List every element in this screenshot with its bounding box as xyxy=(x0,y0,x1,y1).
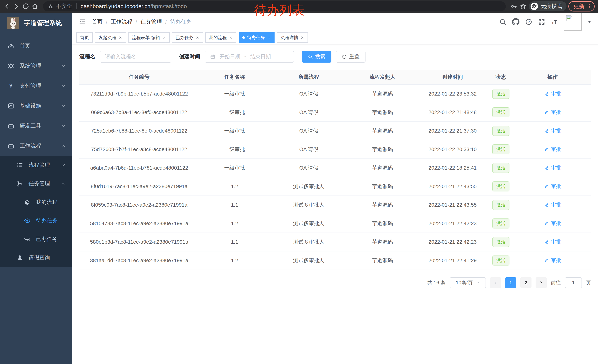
sidebar-item-label: 已办任务 xyxy=(36,235,58,243)
tab-流程表单-编辑[interactable]: 流程表单-编辑 xyxy=(128,32,170,43)
approve-link[interactable]: 审批 xyxy=(544,127,561,134)
sidebar-item-home[interactable]: 首页 xyxy=(0,36,72,56)
next-page-button[interactable] xyxy=(536,277,547,288)
process-name-input[interactable]: 请输入流程名 xyxy=(100,51,171,63)
create-time-range-picker[interactable]: 开始日期 - 结束日期 xyxy=(205,51,294,63)
sidebar-item-devtools[interactable]: 研发工具 xyxy=(0,116,72,136)
column-header: 所属流程 xyxy=(270,70,347,85)
cell-task-name: 1.2 xyxy=(199,177,270,196)
cell-create-time: 2022-01-22 18:25:41 xyxy=(418,159,488,177)
breadcrumb-item[interactable]: 首页 xyxy=(92,18,103,25)
app-window: 芋道管理系统 首页系统管理¥支付管理基础设施研发工具工作流程流程管理任务管理我的… xyxy=(0,13,598,364)
app-logo[interactable]: 芋道管理系统 xyxy=(0,13,72,33)
search-button[interactable]: 搜索 xyxy=(302,51,332,63)
breadcrumb-separator: / xyxy=(136,19,137,25)
approve-link[interactable]: 审批 xyxy=(544,146,561,153)
address-bar[interactable]: 不安全 dashboard.yudao.iocoder.cn/bpm/task/… xyxy=(43,1,506,11)
reset-button[interactable]: 重置 xyxy=(336,51,365,63)
sidebar-item-task-mgmt[interactable]: 任务管理 xyxy=(0,174,72,193)
tab-发起流程[interactable]: 发起流程 xyxy=(95,32,126,43)
key-icon[interactable] xyxy=(510,3,518,10)
github-icon[interactable] xyxy=(512,18,519,25)
search-icon xyxy=(308,54,313,59)
close-icon[interactable] xyxy=(267,36,271,40)
cell-task-name: 1.2 xyxy=(199,214,270,233)
table-row: a6aba0a4-7b6d-11ec-b781-acde48001122一级审批… xyxy=(79,159,591,177)
approve-link-label: 审批 xyxy=(551,90,561,97)
fullscreen-icon[interactable] xyxy=(538,18,545,25)
avatar[interactable] xyxy=(564,13,582,31)
svg-text:T: T xyxy=(552,21,554,25)
sidebar-item-infrastructure[interactable]: 基础设施 xyxy=(0,96,72,116)
breadcrumb-item[interactable]: 工作流程 xyxy=(111,18,132,25)
tab-我的流程[interactable]: 我的流程 xyxy=(205,32,236,43)
font-size-icon[interactable]: TT xyxy=(551,18,558,25)
close-icon[interactable] xyxy=(196,36,199,40)
page-size-select[interactable]: 10条/页 xyxy=(450,277,486,288)
search-icon[interactable] xyxy=(499,18,507,25)
list-icon xyxy=(16,162,23,169)
cell-task-id: 725a1eb6-7b88-11ec-8ef0-acde48001122 xyxy=(79,122,199,140)
close-icon[interactable] xyxy=(229,36,233,40)
filter-bar: 流程名 请输入流程名 创建时间 开始日期 - 结束日期 搜索 重置 xyxy=(79,51,591,63)
page-button-1[interactable]: 1 xyxy=(505,277,516,288)
page-button-2[interactable]: 2 xyxy=(520,277,532,288)
status-badge: 激活 xyxy=(492,126,509,136)
sidebar-item-system[interactable]: 系统管理 xyxy=(0,56,72,76)
close-icon[interactable] xyxy=(119,36,122,40)
tab-待办任务[interactable]: 待办任务 xyxy=(239,32,274,43)
sidebar-item-label: 系统管理 xyxy=(20,62,41,70)
warning-icon[interactable] xyxy=(48,4,53,9)
sidebar-collapse-icon[interactable] xyxy=(79,18,86,25)
sidebar-item-leave-query[interactable]: 请假查询 xyxy=(0,249,72,267)
cell-task-id: 580e1b3d-7ac8-11ec-a9e2-a2380e71991a xyxy=(79,233,199,251)
approve-link[interactable]: 审批 xyxy=(544,109,561,116)
tab-首页[interactable]: 首页 xyxy=(76,32,93,43)
chevron-down-icon xyxy=(61,83,66,89)
approve-link[interactable]: 审批 xyxy=(544,238,561,245)
forward-icon[interactable] xyxy=(13,3,20,10)
approve-link[interactable]: 审批 xyxy=(544,201,561,208)
chevron-down-icon xyxy=(61,123,66,129)
sidebar-item-done-task[interactable]: 已办任务 xyxy=(0,230,72,249)
cell-process: OA 请假 xyxy=(270,122,347,140)
approve-link[interactable]: 审批 xyxy=(544,220,561,227)
close-icon[interactable] xyxy=(300,36,304,40)
cell-task-id: 8f059c03-7ac8-11ec-a9e2-a2380e71991a xyxy=(79,196,199,214)
breadcrumb-item[interactable]: 任务管理 xyxy=(141,18,162,25)
cell-starter: 芋道源码 xyxy=(347,196,417,214)
back-icon[interactable] xyxy=(3,3,11,10)
sidebar-item-my-process[interactable]: 我的流程 xyxy=(0,193,72,211)
edit-icon xyxy=(544,128,549,133)
approve-link[interactable]: 审批 xyxy=(544,183,561,190)
sidebar-menu: 首页系统管理¥支付管理基础设施研发工具工作流程流程管理任务管理我的流程待办任务已… xyxy=(0,36,72,267)
approve-link-label: 审批 xyxy=(551,183,561,190)
tab-label: 流程详情 xyxy=(281,35,298,40)
approve-link[interactable]: 审批 xyxy=(544,164,561,171)
sidebar-item-process-mgmt[interactable]: 流程管理 xyxy=(0,156,72,174)
approve-link[interactable]: 审批 xyxy=(544,257,561,264)
sidebar-item-label: 基础设施 xyxy=(20,102,41,110)
sidebar-item-workflow[interactable]: 工作流程 xyxy=(0,136,72,156)
cell-task-name: 一级审批 xyxy=(199,140,270,159)
home-icon[interactable] xyxy=(31,3,39,10)
caret-down-icon[interactable] xyxy=(587,20,592,24)
sidebar-item-payment[interactable]: ¥支付管理 xyxy=(0,76,72,96)
help-icon[interactable]: ? xyxy=(525,18,532,25)
reload-icon[interactable] xyxy=(22,3,29,10)
prev-page-button[interactable] xyxy=(490,277,501,288)
tab-流程详情[interactable]: 流程详情 xyxy=(277,32,308,43)
kebab-menu-icon[interactable] xyxy=(587,4,592,9)
close-icon[interactable] xyxy=(162,36,166,40)
reset-button-label: 重置 xyxy=(349,53,360,60)
cell-task-id: 75d72608-7b7f-11ec-a3c8-acde48001122 xyxy=(79,140,199,159)
cell-task-name: 1.1 xyxy=(199,196,270,214)
goto-page-input[interactable]: 1 xyxy=(565,277,582,288)
tab-已办任务[interactable]: 已办任务 xyxy=(172,32,203,43)
edit-icon xyxy=(544,184,549,189)
bookmark-star-icon[interactable] xyxy=(519,3,527,10)
cell-task-id: 381aa1dd-7ac8-11ec-a9e2-a2380e71991a xyxy=(79,251,199,270)
approve-link[interactable]: 审批 xyxy=(544,90,561,97)
update-button[interactable]: 更新 xyxy=(568,1,595,11)
sidebar-item-todo-task[interactable]: 待办任务 xyxy=(0,211,72,230)
